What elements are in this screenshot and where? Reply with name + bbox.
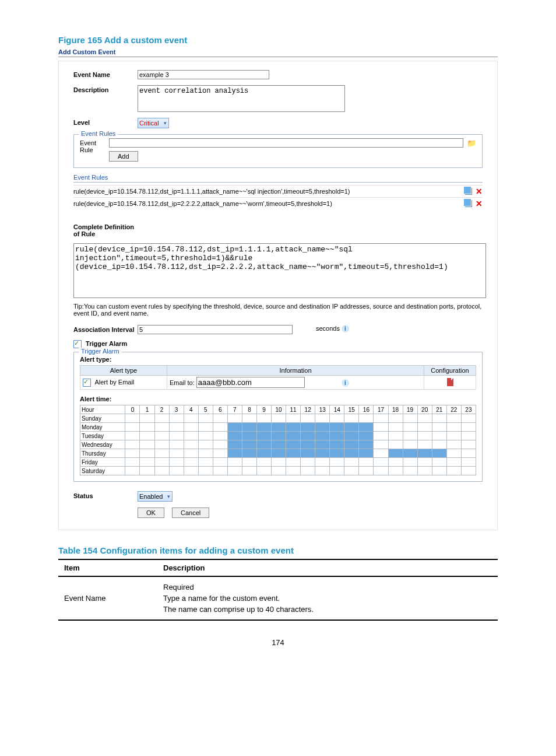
time-cell[interactable] xyxy=(388,432,403,440)
time-cell[interactable] xyxy=(154,458,169,467)
time-cell[interactable] xyxy=(344,414,359,423)
time-cell[interactable] xyxy=(169,440,184,449)
time-cell[interactable] xyxy=(256,432,271,440)
time-cell[interactable] xyxy=(359,440,374,449)
time-cell[interactable] xyxy=(374,449,388,458)
info-icon[interactable]: i xyxy=(342,325,349,332)
time-cell[interactable] xyxy=(315,414,330,423)
time-cell[interactable] xyxy=(446,458,461,467)
time-cell[interactable] xyxy=(417,414,432,423)
time-cell[interactable] xyxy=(227,449,242,458)
time-cell[interactable] xyxy=(417,440,432,449)
time-cell[interactable] xyxy=(242,440,256,449)
time-cell[interactable] xyxy=(242,449,256,458)
event-name-input[interactable] xyxy=(138,70,269,79)
time-cell[interactable] xyxy=(242,423,256,432)
time-cell[interactable] xyxy=(301,432,315,440)
time-cell[interactable] xyxy=(461,467,476,475)
time-cell[interactable] xyxy=(169,458,184,467)
time-cell[interactable] xyxy=(286,440,301,449)
time-cell[interactable] xyxy=(359,432,374,440)
time-cell[interactable] xyxy=(125,449,140,458)
complete-def-input[interactable]: rule(device_ip=10.154.78.112,dst_ip=1.1.… xyxy=(73,243,486,298)
time-cell[interactable] xyxy=(227,414,242,423)
email-to-input[interactable] xyxy=(196,377,305,388)
time-cell[interactable] xyxy=(461,414,476,423)
time-cell[interactable] xyxy=(213,458,227,467)
time-cell[interactable] xyxy=(242,458,256,467)
time-cell[interactable] xyxy=(344,449,359,458)
time-cell[interactable] xyxy=(227,458,242,467)
time-cell[interactable] xyxy=(184,449,198,458)
time-cell[interactable] xyxy=(154,440,169,449)
time-cell[interactable] xyxy=(272,432,286,440)
time-cell[interactable] xyxy=(227,432,242,440)
time-cell[interactable] xyxy=(403,467,417,475)
time-cell[interactable] xyxy=(432,449,446,458)
time-cell[interactable] xyxy=(330,467,344,475)
time-cell[interactable] xyxy=(286,414,301,423)
time-cell[interactable] xyxy=(169,449,184,458)
time-cell[interactable] xyxy=(344,440,359,449)
time-cell[interactable] xyxy=(403,440,417,449)
time-cell[interactable] xyxy=(374,458,388,467)
time-cell[interactable] xyxy=(184,467,198,475)
time-cell[interactable] xyxy=(169,432,184,440)
time-cell[interactable] xyxy=(213,423,227,432)
time-cell[interactable] xyxy=(330,414,344,423)
time-cell[interactable] xyxy=(184,423,198,432)
time-cell[interactable] xyxy=(213,467,227,475)
time-cell[interactable] xyxy=(198,440,213,449)
time-cell[interactable] xyxy=(140,414,154,423)
time-cell[interactable] xyxy=(140,458,154,467)
time-cell[interactable] xyxy=(432,414,446,423)
time-cell[interactable] xyxy=(227,423,242,432)
time-cell[interactable] xyxy=(432,423,446,432)
time-cell[interactable] xyxy=(256,440,271,449)
time-cell[interactable] xyxy=(301,414,315,423)
time-cell[interactable] xyxy=(256,414,271,423)
time-cell[interactable] xyxy=(330,458,344,467)
time-cell[interactable] xyxy=(461,440,476,449)
time-cell[interactable] xyxy=(213,440,227,449)
time-cell[interactable] xyxy=(388,440,403,449)
time-cell[interactable] xyxy=(403,423,417,432)
time-cell[interactable] xyxy=(403,432,417,440)
assoc-interval-input[interactable] xyxy=(138,325,293,334)
time-cell[interactable] xyxy=(374,414,388,423)
time-cell[interactable] xyxy=(403,414,417,423)
time-cell[interactable] xyxy=(272,449,286,458)
status-select[interactable]: Enabled xyxy=(138,491,173,502)
time-cell[interactable] xyxy=(301,423,315,432)
time-cell[interactable] xyxy=(359,414,374,423)
time-cell[interactable] xyxy=(301,458,315,467)
time-cell[interactable] xyxy=(417,423,432,432)
time-cell[interactable] xyxy=(198,449,213,458)
time-cell[interactable] xyxy=(140,423,154,432)
time-cell[interactable] xyxy=(169,467,184,475)
time-cell[interactable] xyxy=(272,467,286,475)
time-cell[interactable] xyxy=(140,467,154,475)
time-cell[interactable] xyxy=(461,432,476,440)
time-cell[interactable] xyxy=(286,458,301,467)
time-cell[interactable] xyxy=(461,449,476,458)
time-cell[interactable] xyxy=(446,423,461,432)
time-cell[interactable] xyxy=(184,440,198,449)
time-cell[interactable] xyxy=(461,423,476,432)
delete-icon[interactable]: ✕ xyxy=(476,199,483,208)
time-cell[interactable] xyxy=(213,414,227,423)
time-cell[interactable] xyxy=(417,467,432,475)
time-cell[interactable] xyxy=(301,449,315,458)
time-cell[interactable] xyxy=(286,467,301,475)
description-input[interactable]: event correlation analysis xyxy=(138,85,345,112)
config-icon[interactable] xyxy=(447,378,453,386)
time-cell[interactable] xyxy=(330,432,344,440)
time-cell[interactable] xyxy=(432,467,446,475)
time-cell[interactable] xyxy=(417,432,432,440)
time-cell[interactable] xyxy=(374,432,388,440)
time-cell[interactable] xyxy=(286,432,301,440)
time-cell[interactable] xyxy=(315,458,330,467)
time-cell[interactable] xyxy=(184,414,198,423)
time-cell[interactable] xyxy=(286,423,301,432)
time-cell[interactable] xyxy=(432,432,446,440)
